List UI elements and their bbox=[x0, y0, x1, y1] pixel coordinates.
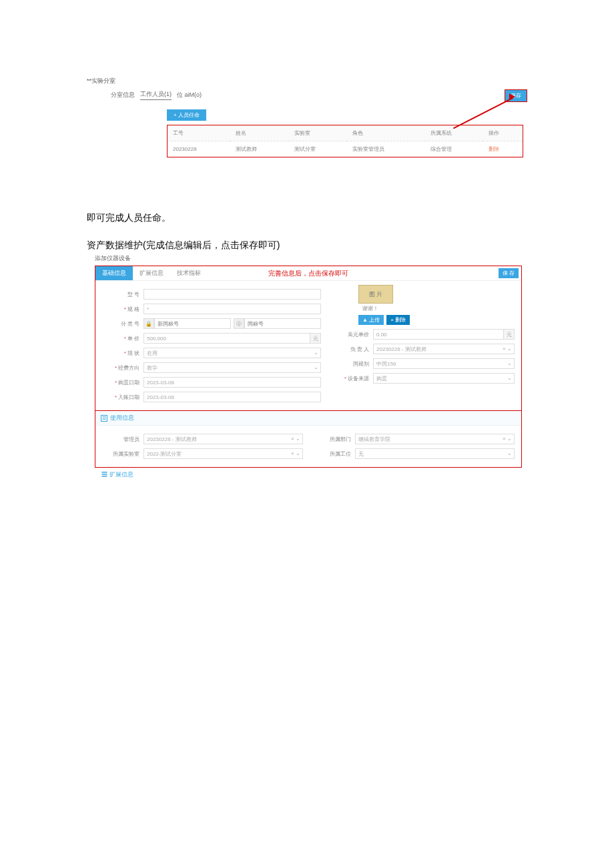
cell-role: 实验室管理员 bbox=[347, 141, 425, 157]
cell-name: 测试教师 bbox=[230, 141, 288, 157]
use-lab-select[interactable] bbox=[143, 448, 303, 459]
dept-select[interactable] bbox=[355, 434, 515, 444]
add-person-button[interactable]: + 人员任命 bbox=[167, 109, 206, 121]
delete-link[interactable]: 删除 bbox=[489, 146, 499, 152]
indate-input[interactable] bbox=[143, 392, 321, 402]
remove-image-button[interactable]: × 删除 bbox=[386, 315, 410, 325]
unit-yuan: 元 bbox=[310, 333, 321, 344]
cell-sys: 综合管理 bbox=[425, 141, 483, 157]
label-catno: 分 类 号 bbox=[102, 320, 139, 328]
label-site: 所属工位 bbox=[314, 450, 351, 458]
country-select[interactable] bbox=[373, 358, 515, 369]
body-text-1: 即可完成人员任命。 bbox=[87, 209, 527, 226]
label-owner: 负 责 人 bbox=[332, 346, 369, 353]
list-icon: ☰ bbox=[101, 415, 107, 422]
funding-select[interactable] bbox=[143, 362, 321, 373]
body-text-2: 资产数据维护(完成信息编辑后，点击保存即可) bbox=[87, 240, 527, 252]
unit-yuan: 元 bbox=[504, 329, 515, 340]
cell-lab: 测试分室 bbox=[289, 141, 347, 157]
tab-tech[interactable]: 技术指标 bbox=[170, 266, 208, 280]
breadcrumb: 添加仪器设备 bbox=[95, 254, 527, 263]
label-usd: 美元单价 bbox=[332, 331, 369, 338]
col-system: 所属系统 bbox=[425, 125, 483, 141]
panel-title: **实验分室 bbox=[87, 77, 527, 85]
tab-workers[interactable]: 工作人员(1) bbox=[140, 89, 172, 100]
upload-button[interactable]: ▲ 上传 bbox=[358, 315, 384, 325]
owner-select[interactable] bbox=[373, 344, 515, 354]
lock-icon: 🔒 bbox=[143, 318, 154, 329]
tab-extended[interactable]: 扩展信息 bbox=[133, 266, 170, 280]
label-indate: 入账日期 bbox=[102, 394, 139, 401]
table-row: 20230228 测试教师 测试分室 实验室管理员 综合管理 删除 bbox=[168, 141, 523, 157]
col-name: 姓名 bbox=[230, 125, 288, 141]
info-icon: 🛈 bbox=[234, 318, 244, 329]
source-select[interactable] bbox=[373, 373, 515, 384]
spec-input[interactable] bbox=[143, 304, 321, 314]
label-price: 单 价 bbox=[102, 335, 139, 342]
label-spec: 规 格 bbox=[102, 306, 139, 313]
col-id: 工号 bbox=[168, 125, 231, 141]
personnel-table: 工号 姓名 实验室 角色 所属系统 操作 20230228 测试教师 测试分室 … bbox=[167, 125, 523, 157]
save-button[interactable]: 保存 bbox=[505, 90, 527, 101]
form-save-button[interactable]: 保 存 bbox=[499, 268, 519, 278]
tab-room-info[interactable]: 分室信息 bbox=[111, 91, 135, 99]
label-dept: 所属部门 bbox=[314, 436, 351, 443]
label-funding: 经费方向 bbox=[102, 364, 139, 372]
model-input[interactable] bbox=[143, 289, 321, 300]
label-use-lab: 所属实验室 bbox=[102, 450, 139, 458]
save-hint: 完善信息后，点击保存即可 bbox=[268, 269, 348, 278]
image-caption: 谢谢！ bbox=[362, 305, 515, 312]
tab-bim[interactable]: 位 aiM(o) bbox=[177, 91, 202, 99]
use-section-title: 使用信息 bbox=[110, 414, 134, 422]
manager-select[interactable] bbox=[143, 434, 303, 444]
col-role: 角色 bbox=[347, 125, 425, 141]
tab-basic[interactable]: 基础信息 bbox=[95, 266, 133, 280]
label-model: 型 号 bbox=[102, 291, 139, 298]
label-country: 国籍别 bbox=[332, 360, 369, 368]
col-action: 操作 bbox=[483, 125, 523, 141]
image-placeholder: 图 片 bbox=[358, 285, 393, 304]
label-source: 设备来源 bbox=[332, 375, 369, 382]
col-lab: 实验室 bbox=[289, 125, 347, 141]
site-select[interactable] bbox=[355, 448, 515, 459]
label-buydate: 购置日期 bbox=[102, 379, 139, 386]
table-header-row: 工号 姓名 实验室 角色 所属系统 操作 bbox=[168, 125, 523, 141]
use-section-header: ☰ 使用信息 bbox=[95, 410, 521, 426]
price-input[interactable] bbox=[143, 333, 310, 344]
catno-old-input[interactable] bbox=[244, 318, 321, 329]
usd-input[interactable] bbox=[373, 329, 504, 340]
status-select[interactable] bbox=[143, 348, 321, 358]
label-status: 现 状 bbox=[102, 350, 139, 357]
label-manager: 管理员 bbox=[102, 436, 139, 443]
cell-id: 20230228 bbox=[168, 141, 231, 157]
catno-new-input[interactable] bbox=[154, 318, 231, 329]
ext-section-header: ☰ 扩展信息 bbox=[95, 468, 527, 482]
buydate-input[interactable] bbox=[143, 377, 321, 388]
